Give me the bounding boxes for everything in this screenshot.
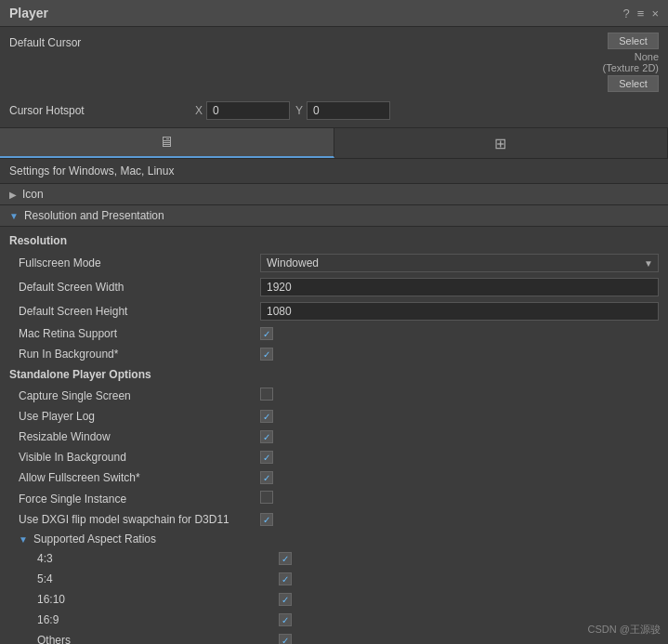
desktop-icon: 🖥 [159,134,174,151]
screen-width-row: Default Screen Width [0,275,668,299]
screen-width-input[interactable] [260,278,659,296]
aspect-ratio-others-row: Others [0,630,668,644]
allow-fullscreen-switch-row: Allow Fullscreen Switch* [0,467,668,488]
use-dxgi-value [260,513,659,527]
help-icon[interactable]: ? [623,7,630,20]
close-icon[interactable]: × [651,7,659,20]
run-in-background-label: Run In Background* [19,348,260,361]
resizable-window-checkbox[interactable] [260,430,273,443]
aspect-ratio-others-label: Others [37,634,279,644]
hotspot-label: Cursor Hotspot [9,104,195,117]
capture-single-screen-label: Capture Single Screen [19,389,260,402]
fullscreen-mode-row: Fullscreen Mode Windowed Exclusive Fulls… [0,251,668,275]
visible-in-background-checkbox[interactable] [260,451,273,464]
aspect-ratio-5-4-value [279,572,659,586]
aspect-ratio-5-4-label: 5:4 [37,572,279,585]
force-single-instance-checkbox[interactable] [260,491,273,504]
y-input[interactable] [307,101,390,120]
aspect-ratio-others-checkbox[interactable] [279,634,292,644]
standalone-options-header: Standalone Player Options [0,364,668,385]
capture-single-screen-value [260,388,659,403]
fullscreen-mode-select[interactable]: Windowed Exclusive Fullscreen Fullscreen… [260,254,659,272]
aspect-ratio-16-10-checkbox[interactable] [279,593,292,606]
screen-width-label: Default Screen Width [19,281,260,294]
screen-height-input[interactable] [260,302,659,321]
allow-fullscreen-switch-checkbox[interactable] [260,471,273,484]
mac-retina-value [260,327,659,341]
aspect-ratio-16-9-label: 16:9 [37,613,279,626]
select-cursor-button[interactable]: Select [608,33,659,49]
aspect-ratio-16-10-row: 16:10 [0,589,668,610]
select-cursor-button2[interactable]: Select [608,75,659,92]
visible-in-background-row: Visible In Background [0,447,668,467]
force-single-instance-label: Force Single Instance [19,493,260,506]
force-single-instance-value [260,491,659,506]
x-label: X [195,104,203,117]
mac-retina-label: Mac Retina Support [19,327,260,340]
resizable-window-label: Resizable Window [19,430,260,443]
run-in-background-checkbox[interactable] [260,348,273,361]
cursor-section: Default Cursor Select None (Texture 2D) … [0,27,668,128]
screen-height-label: Default Screen Height [19,305,260,318]
aspect-ratios-header[interactable]: ▼ Supported Aspect Ratios [0,530,668,548]
fullscreen-mode-label: Fullscreen Mode [19,256,260,269]
default-cursor-row: Default Cursor Select None (Texture 2D) … [9,31,659,94]
resolution-section-title: Resolution and Presentation [24,209,164,222]
player-panel: Player ? ≡ × Default Cursor Select None … [0,0,668,644]
fullscreen-mode-value: Windowed Exclusive Fullscreen Fullscreen… [260,254,659,272]
watermark: CSDN @王源骏 [588,623,661,637]
use-player-log-label: Use Player Log [19,410,260,423]
aspect-ratio-5-4-checkbox[interactable] [279,572,292,585]
hotspot-row: Cursor Hotspot X Y [9,98,659,124]
aspect-ratios-arrow: ▼ [19,534,28,545]
resolution-section-header[interactable]: ▼ Resolution and Presentation [0,205,668,227]
icon-section-header[interactable]: ▶ Icon [0,184,668,205]
run-in-background-row: Run In Background* [0,344,668,364]
use-dxgi-label: Use DXGI flip model swapchain for D3D11 [19,513,260,526]
y-label: Y [295,104,303,117]
screen-height-value [260,302,659,321]
aspect-ratio-4-3-label: 4:3 [37,552,279,565]
default-cursor-label: Default Cursor [9,33,81,49]
x-input[interactable] [206,101,290,120]
use-player-log-checkbox[interactable] [260,410,273,423]
aspect-ratios-title: Supported Aspect Ratios [33,532,156,545]
visible-in-background-value [260,451,659,465]
icon-section-title: Icon [22,188,44,201]
allow-fullscreen-switch-value [260,471,659,485]
header-icons: ? ≡ × [623,7,659,20]
icon-section-arrow: ▶ [9,190,17,200]
tab-desktop[interactable]: 🖥 [0,128,334,158]
resolution-section-body: Resolution Fullscreen Mode Windowed Excl… [0,227,668,644]
visible-in-background-label: Visible In Background [19,451,260,464]
resolution-section-arrow: ▼ [9,211,19,221]
tabs-row: 🖥 ⊞ [0,128,668,159]
use-player-log-value [260,410,659,424]
use-dxgi-checkbox[interactable] [260,513,273,526]
run-in-background-value [260,348,659,361]
resizable-window-value [260,430,659,444]
resolution-group-header: Resolution [0,230,668,251]
panel-header: Player ? ≡ × [0,0,668,27]
hotspot-inputs: X Y [195,101,390,120]
capture-single-screen-checkbox[interactable] [260,388,273,401]
use-player-log-row: Use Player Log [0,406,668,427]
aspect-ratio-4-3-checkbox[interactable] [279,552,292,565]
tab-grid[interactable]: ⊞ [334,128,669,158]
settings-for-label: Settings for Windows, Mac, Linux [0,159,668,184]
grid-icon: ⊞ [494,135,506,152]
aspect-ratio-16-10-value [279,593,659,607]
aspect-ratio-16-9-checkbox[interactable] [279,613,292,626]
x-coord-group: X [195,101,290,120]
aspect-ratio-5-4-row: 5:4 [0,569,668,589]
capture-single-screen-row: Capture Single Screen [0,385,668,406]
use-dxgi-row: Use DXGI flip model swapchain for D3D11 [0,509,668,530]
cursor-right: Select None (Texture 2D) Select [602,33,659,92]
screen-height-row: Default Screen Height [0,299,668,323]
y-coord-group: Y [295,101,390,120]
menu-icon[interactable]: ≡ [637,7,645,20]
resizable-window-row: Resizable Window [0,427,668,447]
cursor-info: None (Texture 2D) [602,51,659,73]
allow-fullscreen-switch-label: Allow Fullscreen Switch* [19,471,260,484]
mac-retina-checkbox[interactable] [260,327,273,340]
